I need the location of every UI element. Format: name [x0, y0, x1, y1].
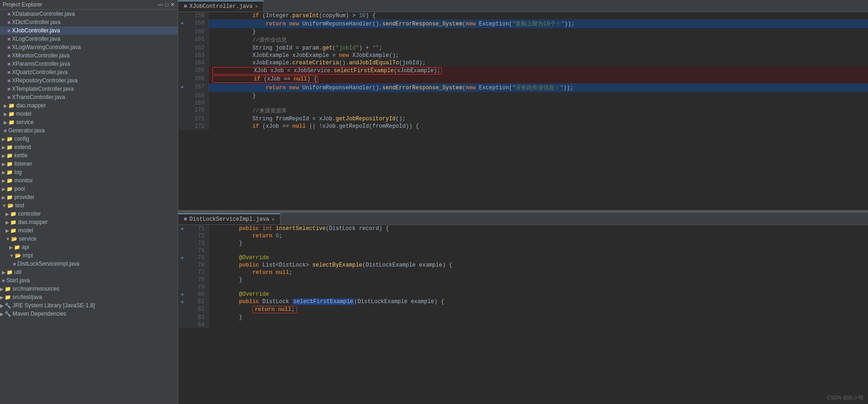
folder-item-dao-mapper[interactable]: ▶ 📁 dao.mapper [0, 101, 178, 110]
line-num-71: 71 [186, 225, 209, 232]
folder-item-src-test-java[interactable]: ▶ 📁 src/test/java [0, 293, 178, 301]
file-item-xlogcontroller[interactable]: ■ XLogController.java [0, 35, 178, 43]
code-line-165: 165 XJob xJob = xJobService.selectFirstE… [178, 67, 868, 75]
tab-close-icon[interactable]: ✕ [272, 217, 274, 222]
file-item-distlockserviceimpl[interactable]: ■ DistLockServiceImpl.java [0, 260, 178, 268]
folder-item-monitor[interactable]: ▶ 📁 monitor [0, 176, 178, 185]
file-item-xmonitorcontroller[interactable]: ■ XMonitorController.java [0, 51, 178, 60]
folder-item-config[interactable]: ▶ 📁 config [0, 135, 178, 143]
folder-icon: 📂 [11, 236, 18, 242]
code-line-170: 170 //来源资源库 [178, 106, 868, 115]
code-line-79: 79 [178, 284, 868, 291]
folder-label: service [16, 119, 34, 125]
folder-item-src-main-resources[interactable]: ▶ 📁 src/main/resources [0, 285, 178, 293]
folder-item-log[interactable]: ▶ 📁 log [0, 168, 178, 176]
expand-arrow-icon[interactable]: ▶ [0, 295, 4, 300]
code-line-74: 74 [178, 247, 868, 254]
tab-close-icon[interactable]: ✕ [255, 4, 258, 9]
folder-icon: 📁 [5, 286, 11, 292]
folder-item-test-service[interactable]: ▼ 📂 service [0, 235, 178, 243]
tab-xjobcontroller[interactable]: ■ XJobController.java ✕ [178, 0, 264, 12]
expand-arrow-icon[interactable]: ▶ [4, 120, 7, 125]
expand-arrow-icon[interactable]: ▶ [6, 211, 9, 217]
file-item-xtemplatecontroller[interactable]: ■ XTemplateController.java [0, 85, 178, 93]
expand-arrow-icon[interactable]: ▶ [6, 228, 9, 233]
code-line-167: ◀ 167 return new UniformReponseHandler()… [178, 83, 868, 92]
minimize-icon[interactable]: — [158, 1, 163, 8]
line-content-76: public List<DistLock> selectByExample(Di… [209, 261, 868, 269]
folder-item-service[interactable]: ▶ 📁 service [0, 118, 178, 126]
bottom-editor-content[interactable]: ◀ 71 public int insertSelective(DistLock… [178, 225, 868, 404]
file-item-start[interactable]: ■ Start.java [0, 276, 178, 285]
file-label: XRepositoryController.java [12, 77, 78, 84]
folder-item-test-dao-mapper[interactable]: ▶ 📁 dao.mapper [0, 218, 178, 226]
file-item-xdatabasecontroller[interactable]: ■ XDatabaseController.java [0, 10, 178, 18]
folder-item-provider[interactable]: ▶ 📁 provider [0, 193, 178, 201]
expand-arrow-icon[interactable]: ▶ [0, 303, 4, 308]
line-gutter-160 [178, 28, 186, 36]
file-item-xtranscontroller[interactable]: ■ XTransController.java [0, 93, 178, 101]
expand-arrow-icon[interactable]: ▶ [2, 137, 6, 142]
folder-item-test-controller[interactable]: ▶ 📁 controller [0, 210, 178, 218]
folder-item-test-model[interactable]: ▶ 📁 model [0, 226, 178, 235]
file-item-xquartzcontroller[interactable]: ■ XQuartzController.java [0, 68, 178, 76]
highlighted-method-name: selectFirstExample [292, 298, 354, 305]
file-item-xparamscontroller[interactable]: ■ XParamsController.java [0, 60, 178, 68]
expand-arrow-icon[interactable]: ▶ [0, 311, 4, 317]
folder-item-util[interactable]: ▶ 📁 util [0, 268, 178, 276]
line-gutter-81: ◀ [178, 298, 186, 305]
maximize-icon[interactable]: □ [165, 1, 168, 8]
folder-item-test-service-impl[interactable]: ▼ 📂 impl [0, 251, 178, 260]
folder-label: kettle [14, 152, 28, 159]
expand-arrow-icon[interactable]: ▶ [0, 286, 4, 292]
file-item-xdictcontroller[interactable]: ■ XDictController.java [0, 18, 178, 26]
file-item-xrepositorycontroller[interactable]: ■ XRepositoryController.java [0, 76, 178, 85]
expand-arrow-icon[interactable]: ▶ [2, 270, 6, 275]
folder-item-extend[interactable]: ▶ 📁 extend [0, 143, 178, 151]
file-item-xjobcontroller[interactable]: ■ XJobController.java [0, 26, 178, 35]
code-line-159: ◀ 159 return new UniformReponseHandler()… [178, 19, 868, 28]
code-area-bottom: ◀ 71 public int insertSelective(DistLock… [178, 225, 868, 328]
line-num-73: 73 [186, 240, 209, 247]
expand-arrow-icon[interactable]: ▼ [2, 203, 6, 208]
line-num-74: 74 [186, 247, 209, 254]
expand-arrow-icon[interactable]: ▶ [2, 186, 6, 192]
folder-item-kettle[interactable]: ▶ 📁 kettle [0, 151, 178, 160]
file-item-generator[interactable]: ■ Generator.java [0, 126, 178, 135]
top-editor-content[interactable]: 158 if (Integer.parseInt(copyNum) > 10) … [178, 12, 868, 210]
close-icon[interactable]: ✕ [170, 1, 175, 8]
expand-arrow-icon[interactable]: ▼ [9, 253, 14, 258]
folder-item-pool[interactable]: ▶ 📁 pool [0, 185, 178, 193]
expand-arrow-icon[interactable]: ▶ [2, 195, 6, 200]
expand-arrow-icon[interactable]: ▶ [2, 178, 6, 183]
sidebar-header: Project Explorer — □ ✕ [0, 0, 178, 10]
file-item-xlogwarningcontroller[interactable]: ■ XLogWarningController.java [0, 43, 178, 51]
folder-item-test-service-api[interactable]: ▶ 📁 api [0, 243, 178, 251]
folder-item-listener[interactable]: ▶ 📁 listener [0, 160, 178, 168]
java-file-icon: ■ [7, 11, 11, 17]
expand-arrow-icon[interactable]: ▼ [6, 236, 10, 242]
expand-arrow-icon[interactable]: ▶ [4, 112, 7, 117]
line-num-84: 84 [186, 321, 209, 328]
expand-arrow-icon[interactable]: ▶ [4, 103, 7, 108]
line-content-159: return new UniformReponseHandler().sendE… [209, 19, 868, 28]
expand-arrow-icon[interactable]: ▶ [9, 245, 13, 250]
folder-icon: 📁 [6, 144, 13, 150]
code-line-158: 158 if (Integer.parseInt(copyNum) > 10) … [178, 12, 868, 19]
expand-arrow-icon[interactable]: ▶ [2, 170, 6, 175]
expand-arrow-icon[interactable]: ▶ [2, 145, 6, 150]
line-num-81: 81 [186, 298, 209, 305]
lib-item-jre[interactable]: ▶ 🔧 JRE System Library [JavaSE-1.8] [0, 301, 178, 310]
expand-arrow-icon[interactable]: ▶ [2, 153, 6, 158]
expand-arrow-icon[interactable]: ▶ [6, 220, 9, 225]
tab-distlockserviceimpl[interactable]: ■ DistLockServiceImpl.java ✕ [178, 213, 280, 224]
lib-item-maven[interactable]: ▶ 🔧 Maven Dependencies [0, 310, 178, 318]
line-gutter-73 [178, 240, 186, 247]
code-line-77: 77 return null; [178, 269, 868, 276]
folder-label: api [22, 244, 29, 250]
code-line-168: 168 } [178, 92, 868, 99]
folder-item-test[interactable]: ▼ 📂 test [0, 201, 178, 210]
expand-arrow-icon[interactable]: ▶ [2, 162, 6, 167]
folder-item-model[interactable]: ▶ 📁 model [0, 110, 178, 118]
line-gutter-78 [178, 276, 186, 284]
